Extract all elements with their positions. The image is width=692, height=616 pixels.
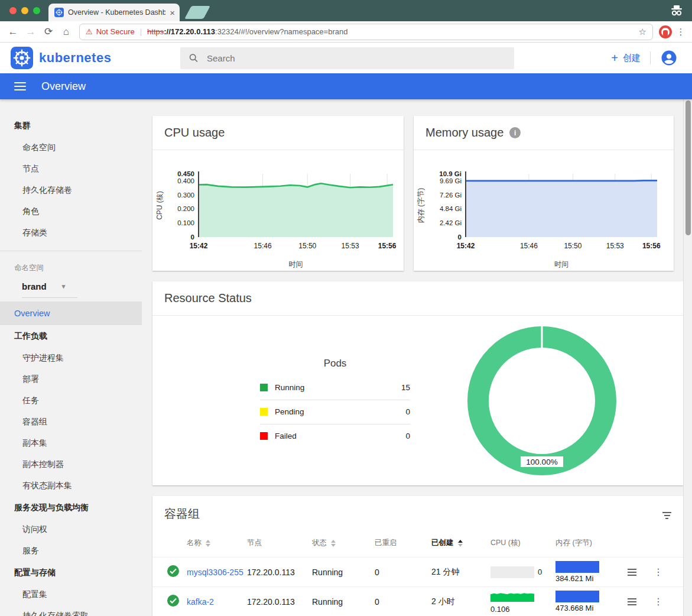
browser-toolbar: ← → ⟳ ⌂ ⚠ Not Secure | https://172.20.0.… <box>0 21 692 43</box>
zoom-window-button[interactable] <box>33 7 40 14</box>
bookmark-star-icon[interactable]: ☆ <box>639 27 646 37</box>
new-tab-button[interactable] <box>184 6 210 19</box>
filter-icon[interactable] <box>662 510 671 519</box>
resource-status-card: Resource Status Pods Running 15 Pending … <box>152 281 683 485</box>
sidebar-item-replication-controllers[interactable]: 副本控制器 <box>0 454 142 475</box>
svg-text:0: 0 <box>191 234 194 241</box>
create-button[interactable]: + 创建 <box>611 51 641 65</box>
memory-usage-chart: 10.9 Gi9.69 Gi7.26 Gi4.84 Gi2.42 Gi015:4… <box>414 150 674 271</box>
cpu-usage-title: CPU usage <box>164 126 225 140</box>
column-node[interactable]: 节点 <box>247 538 312 548</box>
column-name[interactable]: 名称 <box>187 538 247 548</box>
sidebar-item-roles[interactable]: 角色 <box>0 201 142 222</box>
sidebar-item-replica-sets[interactable]: 副本集 <box>0 433 142 454</box>
sidebar-item-stateful-sets[interactable]: 有状态副本集 <box>0 475 142 497</box>
table-row[interactable]: kafka-2 172.20.0.113 Running 0 2 小时 0.10… <box>152 587 683 616</box>
reload-button[interactable]: ⟳ <box>41 25 56 38</box>
forward-button[interactable]: → <box>24 26 38 38</box>
table-row[interactable]: mysql3306-2553 172.20.0.113 Running 0 21… <box>152 557 683 587</box>
svg-text:0.100: 0.100 <box>177 219 194 226</box>
minimize-window-button[interactable] <box>21 7 28 14</box>
pending-count: 0 <box>405 407 410 416</box>
not-secure-label[interactable]: Not Secure <box>96 27 135 36</box>
sort-icon-active <box>458 540 463 547</box>
column-restarts[interactable]: 已重启 <box>375 538 431 548</box>
sidebar-header-workloads: 工作负载 <box>0 325 142 348</box>
kubernetes-brand[interactable]: kubernetes <box>11 47 180 69</box>
svg-text:时间: 时间 <box>289 260 303 268</box>
pod-cpu-sparkline: 0 <box>490 566 555 578</box>
incognito-icon <box>670 5 684 19</box>
scrollbar-thumb[interactable] <box>685 100 691 235</box>
column-status[interactable]: 状态 <box>312 538 375 548</box>
running-count: 15 <box>401 383 410 392</box>
row-menu-icon[interactable]: ⋮ <box>654 567 663 577</box>
svg-text:7.26 Gi: 7.26 Gi <box>440 192 462 199</box>
chevron-down-icon: ▾ <box>62 283 66 290</box>
svg-text:时间: 时间 <box>554 260 568 268</box>
sidebar-item-namespaces[interactable]: 命名空间 <box>0 137 142 158</box>
sidebar-item-pods[interactable]: 容器组 <box>0 411 142 433</box>
sidebar-item-nodes[interactable]: 节点 <box>0 158 142 180</box>
namespace-select[interactable]: brand ▾ <box>0 275 142 293</box>
pod-memory-bar: 473.668 Mi <box>555 591 628 612</box>
memory-value: 384.621 Mi <box>555 574 628 583</box>
page-scrollbar[interactable] <box>683 99 692 616</box>
pod-link[interactable]: mysql3306-2553 <box>187 568 243 577</box>
sidebar-header-config-storage: 配置与存储 <box>0 562 142 584</box>
address-bar[interactable]: ⚠ Not Secure | https://172.20.0.113:3232… <box>79 24 653 40</box>
close-tab-icon[interactable]: × <box>170 8 175 17</box>
url-host: ://172.20.0.113 <box>164 27 215 36</box>
brand-title: kubernetes <box>39 50 111 66</box>
logs-icon[interactable] <box>628 598 654 605</box>
menu-hamburger-icon[interactable] <box>14 82 26 90</box>
close-window-button[interactable] <box>9 7 17 14</box>
browser-menu-icon[interactable]: ⋮ <box>675 27 686 37</box>
memory-bar <box>555 591 599 602</box>
kubernetes-favicon <box>54 8 64 17</box>
svg-text:0.300: 0.300 <box>177 192 194 199</box>
sidebar-item-ingresses[interactable]: 访问权 <box>0 519 142 540</box>
home-button[interactable]: ⌂ <box>59 26 73 38</box>
sidebar-item-deployments[interactable]: 部署 <box>0 369 142 390</box>
sidebar-item-persistent-volumes[interactable]: 持久化存储卷 <box>0 180 142 201</box>
account-icon[interactable] <box>660 49 678 67</box>
sidebar-item-daemon-sets[interactable]: 守护进程集 <box>0 348 142 369</box>
sidebar-item-storage-classes[interactable]: 存储类 <box>0 222 142 244</box>
info-icon[interactable]: i <box>509 127 521 138</box>
row-menu-icon[interactable]: ⋮ <box>654 596 663 607</box>
browser-titlebar: Overview - Kubernetes Dashbo × <box>0 0 692 21</box>
search-bar[interactable] <box>180 47 514 69</box>
dashboard-header: kubernetes + 创建 <box>0 43 692 73</box>
sidebar-item-config-maps[interactable]: 配置集 <box>0 584 142 605</box>
namespace-select-underline <box>22 297 77 298</box>
browser-tab[interactable]: Overview - Kubernetes Dashbo × <box>48 4 180 21</box>
sort-icon <box>331 540 336 547</box>
sidebar-item-jobs[interactable]: 任务 <box>0 390 142 411</box>
pod-created: 2 小时 <box>431 596 490 607</box>
cpu-value: 0.106 <box>490 605 555 614</box>
header-divider <box>650 51 651 64</box>
cpu-value: 0 <box>538 568 542 576</box>
url-path: :32324/#!/overview?namespace=brand <box>215 27 347 36</box>
sidebar-item-services[interactable]: 服务 <box>0 540 142 562</box>
url-separator: | <box>140 27 142 36</box>
pods-table-title: 容器组 <box>164 506 200 522</box>
pod-link[interactable]: kafka-2 <box>187 597 243 607</box>
pod-node: 172.20.0.113 <box>247 568 312 577</box>
pod-restarts: 0 <box>375 597 431 607</box>
logs-icon[interactable] <box>628 569 654 576</box>
svg-text:15:46: 15:46 <box>254 242 272 250</box>
svg-text:15:53: 15:53 <box>342 242 359 250</box>
sidebar-item-pvc[interactable]: 持久化存储卷索取 <box>0 605 142 616</box>
pods-donut-chart: 100.00% <box>462 324 622 481</box>
pods-table-card: 容器组 名称 节点 状态 已重启 已创建 <box>152 496 683 616</box>
back-button[interactable]: ← <box>6 26 20 38</box>
traffic-lights[interactable] <box>9 7 40 14</box>
sidebar-item-overview-active[interactable]: Overview <box>0 301 142 325</box>
page-title: Overview <box>41 80 86 93</box>
column-created-sorted[interactable]: 已创建 <box>431 538 490 548</box>
extension-adblock-icon[interactable] <box>659 25 672 38</box>
security-warning-icon: ⚠ <box>86 27 93 36</box>
search-input[interactable] <box>207 53 506 63</box>
